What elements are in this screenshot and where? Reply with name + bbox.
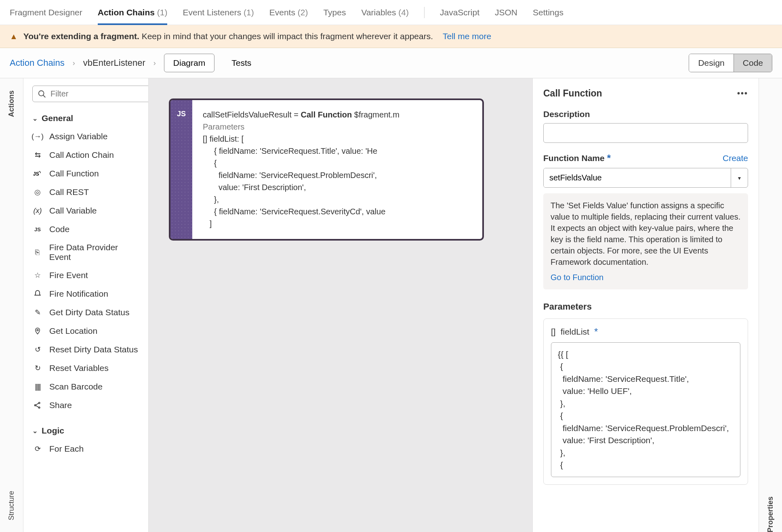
action-call-action-chain[interactable]: ⇆Call Action Chain [29,146,144,164]
action-fire-data-provider-event[interactable]: ⎘Fire Data Provider Event [29,239,144,266]
svg-line-1 [43,95,46,97]
code-toggle[interactable]: Code [734,54,772,72]
svg-point-4 [35,404,36,406]
call-function-icon: JS [32,168,43,179]
warning-triangle-icon: ▲ [10,32,18,41]
top-tabbar: Fragment Designer Action Chains (1) Even… [0,0,782,25]
properties-rail-tab[interactable]: Properties [766,88,775,532]
chevron-right-icon: › [153,59,156,67]
search-icon [38,90,46,98]
scan-barcode-icon: ||||| [32,381,43,392]
action-code[interactable]: JSCode [29,220,144,239]
svg-point-3 [37,329,38,331]
svg-point-5 [39,402,40,404]
tab-events[interactable]: Events (2) [269,0,308,25]
tab-javascript[interactable]: JavaScript [440,0,479,25]
call-variable-icon: (x) [32,205,43,216]
action-fire-notification[interactable]: Fire Notification [29,285,144,303]
description-label: Description [543,109,748,119]
left-rail: Actions Structure [0,78,23,532]
parameters-header: Parameters [543,302,748,312]
svg-text:JS: JS [33,171,39,177]
share-icon [32,400,43,411]
description-input[interactable] [543,123,748,143]
array-bracket-icon: [] [551,327,556,337]
breadcrumb-root-link[interactable]: Action Chains [10,58,65,68]
node-gutter: JS [170,100,192,239]
action-scan-barcode[interactable]: |||||Scan Barcode [29,377,144,396]
properties-panel: Call Function ••• Description Function N… [532,78,759,532]
action-get-dirty-data-status[interactable]: ✎Get Dirty Data Status [29,303,144,322]
tab-fragment-designer[interactable]: Fragment Designer [10,0,82,25]
action-reset-dirty-data-status[interactable]: ↺Reset Dirty Data Status [29,340,144,359]
action-share[interactable]: Share [29,396,144,415]
param-fieldlist-label: [] fieldList * [551,326,740,337]
fire-event-icon: ☆ [32,270,43,281]
breadcrumb-bar: Action Chains › vbEnterListener › Diagra… [0,48,782,78]
fire-data-provider-event-icon: ⎘ [32,247,43,258]
call-rest-icon: ◎ [32,187,43,197]
assign-variable-icon: (→) [32,131,43,142]
action-for-each[interactable]: ⟳For Each [29,440,144,458]
tab-variables[interactable]: Variables (4) [361,0,409,25]
tab-settings[interactable]: Settings [533,0,563,25]
svg-point-6 [39,407,40,408]
tab-action-chains[interactable]: Action Chains (1) [98,0,168,25]
properties-title: Call Function [543,88,602,99]
chevron-right-icon: › [73,59,75,67]
for-each-icon: ⟳ [32,444,43,454]
fire-notification-icon [32,289,43,299]
param-fieldlist-value[interactable]: {{ [ { fieldName: 'ServiceRequest.Title'… [551,342,740,477]
function-help-box: The 'Set Fields Value' function assigns … [543,193,748,289]
function-help-text: The 'Set Fields Value' function assigns … [551,201,740,266]
action-get-location[interactable]: Get Location [29,322,144,340]
structure-rail-tab[interactable]: Structure [7,491,16,520]
action-call-variable[interactable]: (x)Call Variable [29,201,144,220]
action-call-rest[interactable]: ◎Call REST [29,183,144,201]
filter-input[interactable] [50,89,149,98]
diagram-button[interactable]: Diagram [164,54,214,72]
action-call-function[interactable]: JSCall Function [29,164,144,183]
action-fire-event[interactable]: ☆Fire Event [29,266,144,285]
tab-divider [424,7,425,18]
create-function-link[interactable]: Create [723,153,748,163]
get-dirty-data-status-icon: ✎ [32,307,43,318]
function-name-label: Function Name* [543,153,611,164]
chevron-down-icon: ⌄ [32,427,38,435]
breadcrumb-current: vbEnterListener [83,58,145,68]
tab-json[interactable]: JSON [495,0,517,25]
diagram-canvas[interactable]: JS callSetFieldsValueResult = Call Funct… [149,78,532,532]
tab-event-listeners[interactable]: Event Listeners (1) [183,0,254,25]
code-icon: JS [32,224,43,235]
tell-me-more-link[interactable]: Tell me more [443,31,491,41]
tab-types[interactable]: Types [323,0,346,25]
go-to-function-link[interactable]: Go to Function [551,272,603,283]
tests-button[interactable]: Tests [223,54,260,72]
actions-rail-tab[interactable]: Actions [7,90,16,117]
svg-line-8 [36,406,39,407]
warning-banner: ▲ You're extending a fragment. Keep in m… [0,25,782,48]
call-action-chain-icon: ⇆ [32,150,43,160]
section-general[interactable]: ⌄ General [29,109,144,127]
svg-point-0 [39,90,44,96]
get-location-icon [32,326,43,336]
node-body: callSetFieldsValueResult = Call Function… [192,100,410,239]
design-toggle[interactable]: Design [689,54,734,72]
warning-text: You're extending a fragment. Keep in min… [23,31,433,41]
call-function-node[interactable]: JS callSetFieldsValueResult = Call Funct… [169,98,484,241]
function-name-dropdown-icon[interactable]: ▾ [731,168,748,187]
svg-line-7 [36,403,39,405]
function-name-combo: ▾ [543,168,748,188]
right-rail: Properties [759,78,782,532]
action-reset-variables[interactable]: ↻Reset Variables [29,359,144,377]
function-name-input[interactable] [544,168,731,187]
properties-more-icon[interactable]: ••• [737,89,748,98]
chevron-down-icon: ⌄ [32,115,38,122]
reset-variables-icon: ↻ [32,363,43,373]
parameters-box: [] fieldList * {{ [ { fieldName: 'Servic… [543,318,748,485]
design-code-toggle: Design Code [689,54,772,72]
actions-palette: ••• ⌄ General (→)Assign Variable ⇆Call A… [23,78,149,532]
section-logic[interactable]: ⌄ Logic [29,422,144,440]
action-assign-variable[interactable]: (→)Assign Variable [29,127,144,146]
reset-dirty-data-status-icon: ↺ [32,344,43,355]
